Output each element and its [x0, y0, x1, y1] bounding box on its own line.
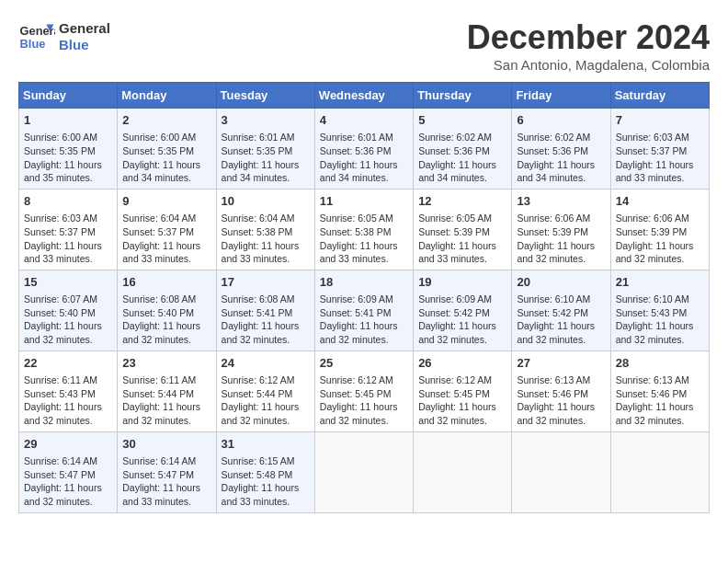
- calendar-cell: 28Sunrise: 6:13 AM Sunset: 5:46 PM Dayli…: [610, 350, 709, 431]
- calendar-cell: 20Sunrise: 6:10 AM Sunset: 5:42 PM Dayli…: [512, 270, 610, 350]
- day-number: 17: [222, 274, 310, 291]
- calendar-cell: 22Sunrise: 6:11 AM Sunset: 5:43 PM Dayli…: [19, 350, 118, 431]
- location-subtitle: San Antonio, Magdalena, Colombia: [467, 57, 710, 73]
- page-header: General Blue General Blue December 2024 …: [18, 18, 710, 73]
- day-info: Sunrise: 6:06 AM Sunset: 5:39 PM Dayligh…: [517, 212, 605, 266]
- day-number: 22: [24, 355, 112, 372]
- calendar-cell: 9Sunrise: 6:04 AM Sunset: 5:37 PM Daylig…: [118, 189, 216, 270]
- day-number: 16: [122, 274, 210, 291]
- day-number: 2: [122, 112, 210, 129]
- header-wednesday: Wednesday: [314, 83, 413, 109]
- day-number: 15: [24, 274, 112, 291]
- day-info: Sunrise: 6:13 AM Sunset: 5:46 PM Dayligh…: [616, 373, 704, 428]
- day-info: Sunrise: 6:12 AM Sunset: 5:44 PM Dayligh…: [222, 373, 310, 428]
- day-info: Sunrise: 6:10 AM Sunset: 5:42 PM Dayligh…: [517, 293, 605, 347]
- calendar-week-1: 1Sunrise: 6:00 AM Sunset: 5:35 PM Daylig…: [19, 109, 710, 190]
- day-number: 26: [418, 355, 506, 372]
- day-number: 20: [517, 274, 605, 291]
- calendar-week-4: 22Sunrise: 6:11 AM Sunset: 5:43 PM Dayli…: [19, 350, 710, 431]
- day-info: Sunrise: 6:10 AM Sunset: 5:43 PM Dayligh…: [616, 293, 704, 347]
- day-number: 6: [517, 112, 605, 129]
- calendar-cell: 12Sunrise: 6:05 AM Sunset: 5:39 PM Dayli…: [414, 189, 512, 270]
- day-number: 29: [24, 436, 112, 453]
- header-monday: Monday: [118, 83, 216, 109]
- day-info: Sunrise: 6:11 AM Sunset: 5:43 PM Dayligh…: [24, 373, 112, 428]
- day-info: Sunrise: 6:14 AM Sunset: 5:47 PM Dayligh…: [122, 454, 210, 509]
- day-number: 4: [320, 112, 408, 129]
- day-info: Sunrise: 6:14 AM Sunset: 5:47 PM Dayligh…: [24, 454, 112, 509]
- calendar-cell: [512, 431, 610, 512]
- calendar-header: SundayMondayTuesdayWednesdayThursdayFrid…: [19, 83, 710, 109]
- day-info: Sunrise: 6:12 AM Sunset: 5:45 PM Dayligh…: [418, 373, 506, 428]
- calendar-cell: 31Sunrise: 6:15 AM Sunset: 5:48 PM Dayli…: [216, 431, 314, 512]
- svg-text:Blue: Blue: [20, 37, 46, 51]
- day-info: Sunrise: 6:15 AM Sunset: 5:48 PM Dayligh…: [222, 454, 310, 509]
- calendar-cell: 27Sunrise: 6:13 AM Sunset: 5:46 PM Dayli…: [512, 350, 610, 431]
- day-info: Sunrise: 6:09 AM Sunset: 5:41 PM Dayligh…: [320, 293, 408, 347]
- day-number: 10: [222, 193, 310, 210]
- day-number: 11: [320, 193, 408, 210]
- day-info: Sunrise: 6:00 AM Sunset: 5:35 PM Dayligh…: [24, 131, 112, 185]
- calendar-cell: 17Sunrise: 6:08 AM Sunset: 5:41 PM Dayli…: [216, 270, 314, 350]
- day-info: Sunrise: 6:01 AM Sunset: 5:35 PM Dayligh…: [222, 131, 310, 185]
- header-saturday: Saturday: [610, 83, 709, 109]
- calendar-cell: 4Sunrise: 6:01 AM Sunset: 5:36 PM Daylig…: [314, 109, 413, 190]
- calendar-cell: 11Sunrise: 6:05 AM Sunset: 5:38 PM Dayli…: [314, 189, 413, 270]
- day-info: Sunrise: 6:02 AM Sunset: 5:36 PM Dayligh…: [517, 131, 605, 185]
- day-info: Sunrise: 6:09 AM Sunset: 5:42 PM Dayligh…: [418, 293, 506, 347]
- logo-text-blue: Blue: [59, 37, 110, 53]
- calendar-cell: 15Sunrise: 6:07 AM Sunset: 5:40 PM Dayli…: [19, 270, 118, 350]
- calendar-cell: 16Sunrise: 6:08 AM Sunset: 5:40 PM Dayli…: [118, 270, 216, 350]
- day-number: 23: [122, 355, 210, 372]
- day-number: 3: [222, 112, 310, 129]
- header-tuesday: Tuesday: [216, 83, 314, 109]
- day-info: Sunrise: 6:12 AM Sunset: 5:45 PM Dayligh…: [320, 373, 408, 428]
- header-thursday: Thursday: [414, 83, 512, 109]
- day-number: 19: [418, 274, 506, 291]
- calendar-cell: 7Sunrise: 6:03 AM Sunset: 5:37 PM Daylig…: [610, 109, 709, 190]
- calendar-cell: 24Sunrise: 6:12 AM Sunset: 5:44 PM Dayli…: [216, 350, 314, 431]
- day-info: Sunrise: 6:05 AM Sunset: 5:39 PM Dayligh…: [418, 212, 506, 266]
- day-number: 14: [616, 193, 704, 210]
- day-info: Sunrise: 6:02 AM Sunset: 5:36 PM Dayligh…: [418, 131, 506, 185]
- day-info: Sunrise: 6:03 AM Sunset: 5:37 PM Dayligh…: [24, 212, 112, 266]
- calendar-table: SundayMondayTuesdayWednesdayThursdayFrid…: [18, 82, 710, 513]
- day-number: 13: [517, 193, 605, 210]
- day-number: 27: [517, 355, 605, 372]
- day-number: 25: [320, 355, 408, 372]
- calendar-cell: 10Sunrise: 6:04 AM Sunset: 5:38 PM Dayli…: [216, 189, 314, 270]
- day-info: Sunrise: 6:07 AM Sunset: 5:40 PM Dayligh…: [24, 293, 112, 347]
- day-info: Sunrise: 6:08 AM Sunset: 5:40 PM Dayligh…: [122, 293, 210, 347]
- day-number: 12: [418, 193, 506, 210]
- day-number: 28: [616, 355, 704, 372]
- day-info: Sunrise: 6:04 AM Sunset: 5:38 PM Dayligh…: [222, 212, 310, 266]
- day-number: 9: [122, 193, 210, 210]
- day-number: 7: [616, 112, 704, 129]
- day-info: Sunrise: 6:08 AM Sunset: 5:41 PM Dayligh…: [222, 293, 310, 347]
- day-info: Sunrise: 6:01 AM Sunset: 5:36 PM Dayligh…: [320, 131, 408, 185]
- calendar-cell: [314, 431, 413, 512]
- day-number: 30: [122, 436, 210, 453]
- logo: General Blue General Blue: [18, 18, 110, 55]
- calendar-cell: 8Sunrise: 6:03 AM Sunset: 5:37 PM Daylig…: [19, 189, 118, 270]
- day-number: 24: [222, 355, 310, 372]
- logo-text-general: General: [59, 20, 110, 37]
- calendar-cell: [610, 431, 709, 512]
- day-info: Sunrise: 6:03 AM Sunset: 5:37 PM Dayligh…: [616, 131, 704, 185]
- calendar-cell: 23Sunrise: 6:11 AM Sunset: 5:44 PM Dayli…: [118, 350, 216, 431]
- day-info: Sunrise: 6:13 AM Sunset: 5:46 PM Dayligh…: [517, 373, 605, 428]
- day-info: Sunrise: 6:04 AM Sunset: 5:37 PM Dayligh…: [122, 212, 210, 266]
- calendar-cell: 3Sunrise: 6:01 AM Sunset: 5:35 PM Daylig…: [216, 109, 314, 190]
- calendar-cell: 14Sunrise: 6:06 AM Sunset: 5:39 PM Dayli…: [610, 189, 709, 270]
- calendar-cell: 18Sunrise: 6:09 AM Sunset: 5:41 PM Dayli…: [314, 270, 413, 350]
- day-number: 8: [24, 193, 112, 210]
- calendar-cell: 19Sunrise: 6:09 AM Sunset: 5:42 PM Dayli…: [414, 270, 512, 350]
- calendar-week-2: 8Sunrise: 6:03 AM Sunset: 5:37 PM Daylig…: [19, 189, 710, 270]
- day-number: 1: [24, 112, 112, 129]
- calendar-cell: 13Sunrise: 6:06 AM Sunset: 5:39 PM Dayli…: [512, 189, 610, 270]
- calendar-cell: 5Sunrise: 6:02 AM Sunset: 5:36 PM Daylig…: [414, 109, 512, 190]
- day-info: Sunrise: 6:06 AM Sunset: 5:39 PM Dayligh…: [616, 212, 704, 266]
- day-number: 21: [616, 274, 704, 291]
- day-info: Sunrise: 6:05 AM Sunset: 5:38 PM Dayligh…: [320, 212, 408, 266]
- calendar-cell: 6Sunrise: 6:02 AM Sunset: 5:36 PM Daylig…: [512, 109, 610, 190]
